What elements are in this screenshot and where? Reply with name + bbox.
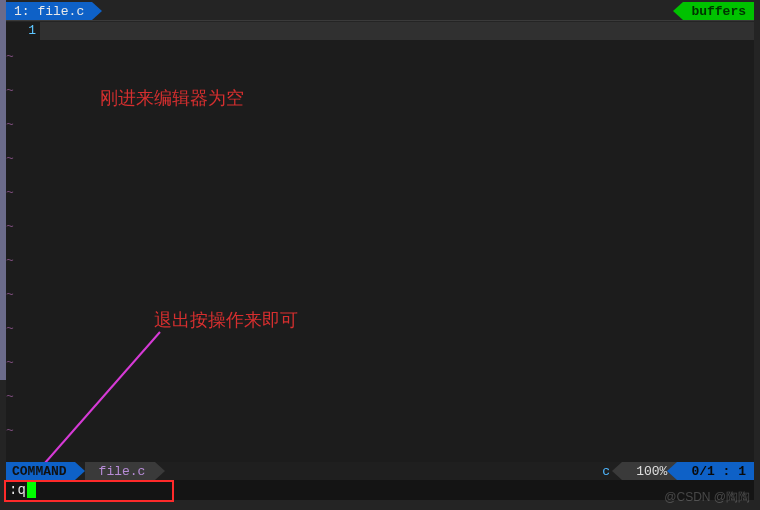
line-number: 1 — [6, 22, 36, 40]
annotation-quit: 退出按操作来即可 — [154, 308, 298, 332]
tab-bar: 1: file.c buffers — [6, 2, 754, 20]
mode-label: COMMAND — [12, 464, 67, 479]
command-text: :q — [9, 481, 36, 499]
annotation-empty: 刚进来编辑器为空 — [100, 86, 244, 110]
watermark: @CSDN @陶陶 — [664, 489, 750, 506]
separator — [6, 20, 754, 21]
filename-chip: file.c — [85, 462, 156, 480]
empty-line-markers: ~ ~ ~ ~ ~ ~ ~ ~ ~ ~ ~ ~ — [6, 40, 20, 462]
svg-line-0 — [30, 332, 160, 480]
status-bar: COMMAND file.c c 100% 0/1 : 1 — [6, 462, 754, 480]
cursor-icon — [27, 482, 36, 498]
mode-indicator: COMMAND — [6, 462, 75, 480]
buffers-label: buffers — [691, 4, 746, 19]
position-indicator: 0/1 : 1 — [677, 462, 754, 480]
tab-file-c[interactable]: 1: file.c — [6, 2, 92, 20]
current-line-highlight — [40, 22, 754, 40]
buffers-button[interactable]: buffers — [683, 2, 754, 20]
tab-label: 1: file.c — [14, 4, 84, 19]
command-line[interactable]: :q — [6, 480, 754, 500]
filename-label: file.c — [99, 464, 146, 479]
